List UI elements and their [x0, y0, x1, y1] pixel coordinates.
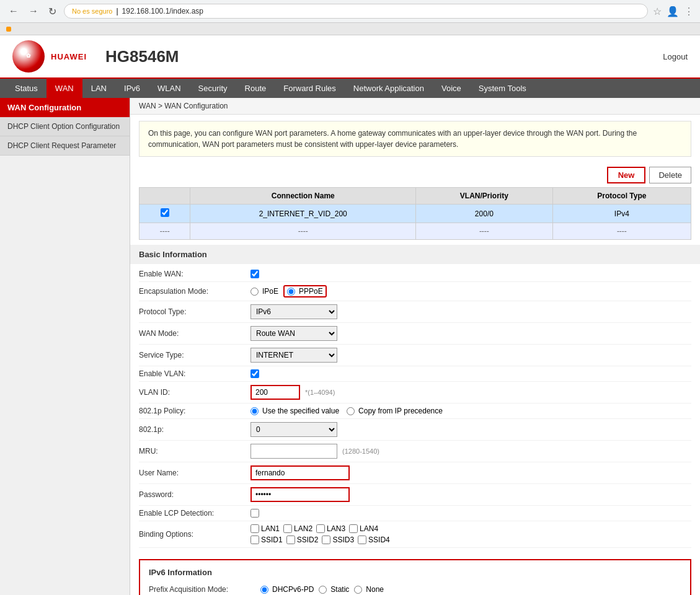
sidebar-item-dhcp-request[interactable]: DHCP Client Request Parameter [0, 136, 130, 156]
lan1-label[interactable]: LAN1 [250, 524, 280, 533]
password-input[interactable] [250, 487, 350, 502]
nav-item-status[interactable]: Status [6, 79, 47, 98]
nav-item-wlan[interactable]: WLAN [149, 79, 190, 98]
prefix-dhcpv6pd-label[interactable]: DHCPv6-PD [260, 585, 314, 594]
ipoe-radio-label[interactable]: IPoE [250, 287, 278, 296]
enable-wan-row: Enable WAN: [139, 267, 691, 282]
enable-wan-checkbox[interactable] [250, 270, 259, 278]
menu-icon[interactable]: ⋮ [684, 6, 694, 17]
toolbar: New Delete [130, 163, 700, 187]
wan-table: Connection Name VLAN/Priority Protocol T… [139, 187, 691, 240]
prefix-none-radio[interactable] [354, 586, 362, 594]
row-checkbox[interactable] [161, 208, 169, 217]
ssid4-checkbox[interactable] [358, 536, 366, 544]
service-type-select[interactable]: INTERNET OTHER [250, 348, 337, 363]
encap-mode-row: Encapsulation Mode: IPoE PPPoE [139, 282, 691, 301]
ssid3-label[interactable]: SSID3 [322, 536, 354, 544]
policy-copy-radio[interactable] [347, 407, 355, 415]
prefix-static-text: Static [330, 585, 349, 594]
main-layout: WAN Configuration DHCP Client Option Con… [0, 98, 700, 595]
ssid2-label[interactable]: SSID2 [286, 536, 319, 544]
nav-item-lan[interactable]: LAN [82, 79, 115, 98]
lan4-label[interactable]: LAN4 [349, 524, 378, 533]
col-protocol: Protocol Type [552, 188, 691, 205]
sidebar-item-dhcp-option[interactable]: DHCP Client Option Configuration [0, 117, 130, 136]
logo-area: ✿ HUAWEI [12, 40, 87, 73]
back-button[interactable]: ← [6, 4, 21, 18]
policy-802-control: Use the specified value Copy from IP pre… [250, 407, 691, 415]
prefix-static-radio[interactable] [319, 586, 327, 594]
value-802-select[interactable]: 0 1 2 3 4 5 6 7 [250, 422, 337, 437]
dash-check: ---- [140, 223, 190, 240]
ipv6-title: IPv6 Information [140, 565, 690, 582]
info-box: On this page, you can configure WAN port… [139, 121, 691, 157]
wan-mode-control: Route WAN Bridge WAN [250, 326, 691, 341]
prefix-none-label[interactable]: None [354, 585, 384, 594]
lan-checkbox-group: LAN1 LAN2 LAN3 LAN4 [250, 524, 378, 533]
lan1-checkbox[interactable] [250, 524, 259, 533]
nav-item-voice[interactable]: Voice [433, 79, 470, 98]
ssid2-checkbox[interactable] [286, 536, 295, 544]
nav-item-ipv6[interactable]: IPv6 [115, 79, 149, 98]
value-802-row: 802.1p: 0 1 2 3 4 5 6 7 [139, 419, 691, 441]
mru-input[interactable] [250, 444, 337, 459]
nav-item-security[interactable]: Security [190, 79, 236, 98]
forward-button[interactable]: → [26, 4, 41, 18]
new-button[interactable]: New [607, 167, 646, 183]
vlan-id-input[interactable] [250, 385, 300, 400]
url-bar[interactable]: No es seguro | 192.168.100.1/index.asp [64, 4, 648, 19]
browser-bar: ← → ↻ No es seguro | 192.168.100.1/index… [0, 0, 700, 23]
username-input[interactable] [250, 465, 350, 480]
nav-item-forward[interactable]: Forward Rules [275, 79, 345, 98]
lan4-checkbox[interactable] [349, 524, 358, 533]
enable-vlan-checkbox[interactable] [250, 369, 259, 378]
lan3-label[interactable]: LAN3 [316, 524, 345, 533]
enable-wan-control [250, 270, 691, 278]
encap-mode-control: IPoE PPPoE [250, 285, 691, 298]
dash-vlan: ---- [416, 223, 553, 240]
pppoe-label: PPPoE [299, 287, 323, 296]
protocol-type-select[interactable]: IPv4 IPv6 IPv4/IPv6 [250, 304, 337, 319]
ipoe-label: IPoE [262, 287, 278, 296]
browser-actions: ☆ 👤 ⋮ [653, 6, 694, 17]
url-separator: | [116, 7, 118, 15]
enable-lcp-checkbox[interactable] [250, 509, 259, 518]
nav-item-route[interactable]: Route [236, 79, 275, 98]
nav-item-systools[interactable]: System Tools [470, 79, 535, 98]
prefix-static-label[interactable]: Static [319, 585, 349, 594]
policy-copy-label[interactable]: Copy from IP precedence [347, 407, 443, 415]
row-check[interactable] [140, 205, 190, 223]
vlan-id-hint: *(1–4094) [305, 389, 335, 396]
lan2-checkbox[interactable] [283, 524, 292, 533]
ipoe-radio[interactable] [250, 288, 259, 296]
wan-mode-select[interactable]: Route WAN Bridge WAN [250, 326, 337, 341]
prefix-dhcpv6pd-radio[interactable] [260, 586, 268, 594]
delete-button[interactable]: Delete [649, 167, 691, 183]
logout-button[interactable]: Logout [663, 52, 688, 61]
bookmark-icon[interactable]: ☆ [653, 6, 662, 17]
ssid1-label[interactable]: SSID1 [250, 536, 283, 544]
nav-item-netapp[interactable]: Network Application [345, 79, 433, 98]
profile-icon[interactable]: 👤 [667, 6, 679, 17]
username-row: User Name: [139, 462, 691, 484]
lan3-checkbox[interactable] [316, 524, 325, 533]
lan2-label[interactable]: LAN2 [283, 524, 312, 533]
binding-label: Binding Options: [139, 530, 250, 539]
reload-button[interactable]: ↻ [46, 4, 59, 19]
ssid3-checkbox[interactable] [322, 536, 330, 544]
ssid4-label[interactable]: SSID4 [358, 536, 390, 544]
policy-specified-label[interactable]: Use the specified value [250, 407, 339, 415]
policy-specified-radio[interactable] [250, 407, 259, 415]
vlan-id-control: *(1–4094) [250, 385, 691, 400]
binding-row: Binding Options: LAN1 LAN2 LAN3 LAN4 SSI… [139, 521, 691, 548]
nav-item-wan[interactable]: WAN [47, 79, 82, 98]
enable-lcp-row: Enable LCP Detection: [139, 506, 691, 521]
table-row-dash: ---- ---- ---- ---- [140, 223, 691, 240]
ssid1-checkbox[interactable] [250, 536, 259, 544]
logo-inner: ✿ [26, 53, 31, 60]
row-conn-name: 2_INTERNET_R_VID_200 [190, 205, 416, 223]
pppoe-radio-label[interactable]: PPPoE [283, 285, 327, 298]
password-row: Password: [139, 484, 691, 506]
row-vlan: 200/0 [416, 205, 553, 223]
pppoe-radio[interactable] [287, 288, 295, 296]
